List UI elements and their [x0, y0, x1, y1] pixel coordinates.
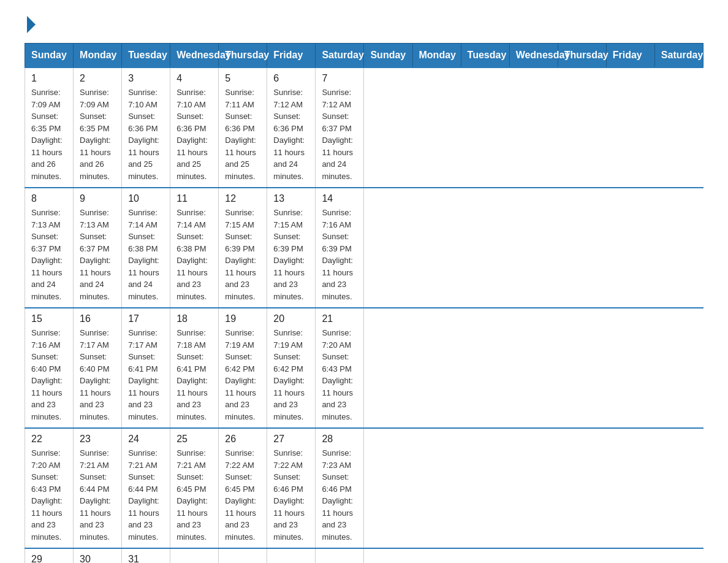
day-info: Sunrise: 7:22 AMSunset: 6:46 PMDaylight:… [273, 448, 305, 542]
header-wednesday: Wednesday [509, 44, 558, 68]
day-number: 9 [80, 193, 115, 204]
calendar-cell [316, 548, 364, 563]
calendar-cell: 19 Sunrise: 7:19 AMSunset: 6:42 PMDaylig… [219, 308, 267, 428]
day-number: 25 [176, 434, 212, 445]
calendar-cell: 30 Sunrise: 7:24 AMSunset: 6:47 PMDaylig… [74, 548, 122, 563]
day-info: Sunrise: 7:12 AMSunset: 6:37 PMDaylight:… [322, 88, 353, 181]
header-sunday: Sunday [364, 44, 412, 68]
day-number: 23 [80, 434, 115, 445]
day-number: 31 [128, 554, 164, 563]
calendar-cell: 9 Sunrise: 7:13 AMSunset: 6:37 PMDayligh… [74, 188, 122, 308]
calendar-cell: 15 Sunrise: 7:16 AMSunset: 6:40 PMDaylig… [25, 308, 74, 428]
calendar-cell [267, 548, 316, 563]
calendar-cell: 16 Sunrise: 7:17 AMSunset: 6:40 PMDaylig… [74, 308, 122, 428]
header-friday: Friday [606, 44, 654, 68]
day-info: Sunrise: 7:12 AMSunset: 6:36 PMDaylight:… [273, 88, 305, 181]
calendar-cell: 4 Sunrise: 7:10 AMSunset: 6:36 PMDayligh… [170, 67, 219, 188]
day-number: 11 [176, 193, 212, 204]
day-info: Sunrise: 7:19 AMSunset: 6:42 PMDaylight:… [225, 328, 256, 421]
day-info: Sunrise: 7:10 AMSunset: 6:36 PMDaylight:… [176, 88, 208, 181]
day-info: Sunrise: 7:18 AMSunset: 6:41 PMDaylight:… [176, 328, 208, 421]
day-info: Sunrise: 7:23 AMSunset: 6:46 PMDaylight:… [322, 448, 353, 542]
calendar-cell: 26 Sunrise: 7:22 AMSunset: 6:45 PMDaylig… [219, 428, 267, 548]
calendar-cell: 21 Sunrise: 7:20 AMSunset: 6:43 PMDaylig… [316, 308, 364, 428]
header-saturday: Saturday [316, 44, 364, 68]
day-info: Sunrise: 7:19 AMSunset: 6:42 PMDaylight:… [273, 328, 305, 421]
day-number: 10 [128, 193, 164, 204]
day-number: 6 [273, 73, 309, 84]
day-info: Sunrise: 7:21 AMSunset: 6:44 PMDaylight:… [128, 448, 159, 542]
day-info: Sunrise: 7:20 AMSunset: 6:43 PMDaylight:… [322, 328, 353, 421]
day-number: 17 [128, 313, 164, 324]
calendar-cell: 28 Sunrise: 7:23 AMSunset: 6:46 PMDaylig… [316, 428, 364, 548]
logo [25, 18, 36, 31]
day-number: 19 [225, 313, 260, 324]
day-info: Sunrise: 7:17 AMSunset: 6:40 PMDaylight:… [80, 328, 111, 421]
day-number: 18 [176, 313, 212, 324]
calendar-table: SundayMondayTuesdayWednesdayThursdayFrid… [25, 43, 703, 563]
day-info: Sunrise: 7:14 AMSunset: 6:38 PMDaylight:… [176, 208, 208, 301]
header-monday: Monday [74, 44, 122, 68]
calendar-cell: 10 Sunrise: 7:14 AMSunset: 6:38 PMDaylig… [122, 188, 170, 308]
day-info: Sunrise: 7:13 AMSunset: 6:37 PMDaylight:… [31, 208, 63, 301]
day-number: 13 [273, 193, 309, 204]
calendar-cell: 14 Sunrise: 7:16 AMSunset: 6:39 PMDaylig… [316, 188, 364, 308]
calendar-cell: 11 Sunrise: 7:14 AMSunset: 6:38 PMDaylig… [170, 188, 219, 308]
calendar-week-row: 8 Sunrise: 7:13 AMSunset: 6:37 PMDayligh… [25, 188, 703, 308]
calendar-cell: 1 Sunrise: 7:09 AMSunset: 6:35 PMDayligh… [25, 67, 74, 188]
calendar-week-row: 1 Sunrise: 7:09 AMSunset: 6:35 PMDayligh… [25, 67, 703, 188]
day-number: 7 [322, 73, 357, 84]
calendar-cell: 7 Sunrise: 7:12 AMSunset: 6:37 PMDayligh… [316, 67, 364, 188]
day-info: Sunrise: 7:16 AMSunset: 6:39 PMDaylight:… [322, 208, 353, 301]
day-number: 14 [322, 193, 357, 204]
day-number: 27 [273, 434, 309, 445]
day-number: 26 [225, 434, 260, 445]
day-number: 22 [31, 434, 67, 445]
day-info: Sunrise: 7:15 AMSunset: 6:39 PMDaylight:… [273, 208, 305, 301]
day-number: 15 [31, 313, 67, 324]
day-info: Sunrise: 7:09 AMSunset: 6:35 PMDaylight:… [31, 88, 63, 181]
calendar-header-row: SundayMondayTuesdayWednesdayThursdayFrid… [25, 44, 703, 68]
day-info: Sunrise: 7:10 AMSunset: 6:36 PMDaylight:… [128, 88, 159, 181]
day-number: 5 [225, 73, 260, 84]
header-tuesday: Tuesday [461, 44, 509, 68]
day-info: Sunrise: 7:21 AMSunset: 6:45 PMDaylight:… [176, 448, 208, 542]
day-number: 21 [322, 313, 357, 324]
day-info: Sunrise: 7:14 AMSunset: 6:38 PMDaylight:… [128, 208, 159, 301]
day-info: Sunrise: 7:16 AMSunset: 6:40 PMDaylight:… [31, 328, 63, 421]
calendar-week-row: 15 Sunrise: 7:16 AMSunset: 6:40 PMDaylig… [25, 308, 703, 428]
calendar-cell: 27 Sunrise: 7:22 AMSunset: 6:46 PMDaylig… [267, 428, 316, 548]
header-thursday: Thursday [558, 44, 606, 68]
calendar-cell: 18 Sunrise: 7:18 AMSunset: 6:41 PMDaylig… [170, 308, 219, 428]
day-number: 16 [80, 313, 115, 324]
day-number: 12 [225, 193, 260, 204]
header-sunday: Sunday [25, 44, 74, 68]
day-number: 1 [31, 73, 67, 84]
day-number: 24 [128, 434, 164, 445]
day-number: 3 [128, 73, 164, 84]
calendar-cell: 20 Sunrise: 7:19 AMSunset: 6:42 PMDaylig… [267, 308, 316, 428]
calendar-cell: 29 Sunrise: 7:23 AMSunset: 6:47 PMDaylig… [25, 548, 74, 563]
day-info: Sunrise: 7:09 AMSunset: 6:35 PMDaylight:… [80, 88, 111, 181]
header-wednesday: Wednesday [170, 44, 219, 68]
day-info: Sunrise: 7:17 AMSunset: 6:41 PMDaylight:… [128, 328, 159, 421]
day-number: 4 [176, 73, 212, 84]
calendar-cell: 22 Sunrise: 7:20 AMSunset: 6:43 PMDaylig… [25, 428, 74, 548]
calendar-cell: 12 Sunrise: 7:15 AMSunset: 6:39 PMDaylig… [219, 188, 267, 308]
day-info: Sunrise: 7:20 AMSunset: 6:43 PMDaylight:… [31, 448, 63, 542]
day-info: Sunrise: 7:22 AMSunset: 6:45 PMDaylight:… [225, 448, 256, 542]
calendar-cell: 5 Sunrise: 7:11 AMSunset: 6:36 PMDayligh… [219, 67, 267, 188]
calendar-cell: 24 Sunrise: 7:21 AMSunset: 6:44 PMDaylig… [122, 428, 170, 548]
header-tuesday: Tuesday [122, 44, 170, 68]
calendar-cell: 6 Sunrise: 7:12 AMSunset: 6:36 PMDayligh… [267, 67, 316, 188]
calendar-cell: 13 Sunrise: 7:15 AMSunset: 6:39 PMDaylig… [267, 188, 316, 308]
calendar-cell: 25 Sunrise: 7:21 AMSunset: 6:45 PMDaylig… [170, 428, 219, 548]
day-info: Sunrise: 7:11 AMSunset: 6:36 PMDaylight:… [225, 88, 256, 181]
calendar-cell [170, 548, 219, 563]
calendar-week-row: 22 Sunrise: 7:20 AMSunset: 6:43 PMDaylig… [25, 428, 703, 548]
header-thursday: Thursday [219, 44, 267, 68]
day-number: 28 [322, 434, 357, 445]
day-number: 30 [80, 554, 115, 563]
calendar-cell: 31 Sunrise: 7:24 AMSunset: 6:48 PMDaylig… [122, 548, 170, 563]
calendar-cell: 17 Sunrise: 7:17 AMSunset: 6:41 PMDaylig… [122, 308, 170, 428]
